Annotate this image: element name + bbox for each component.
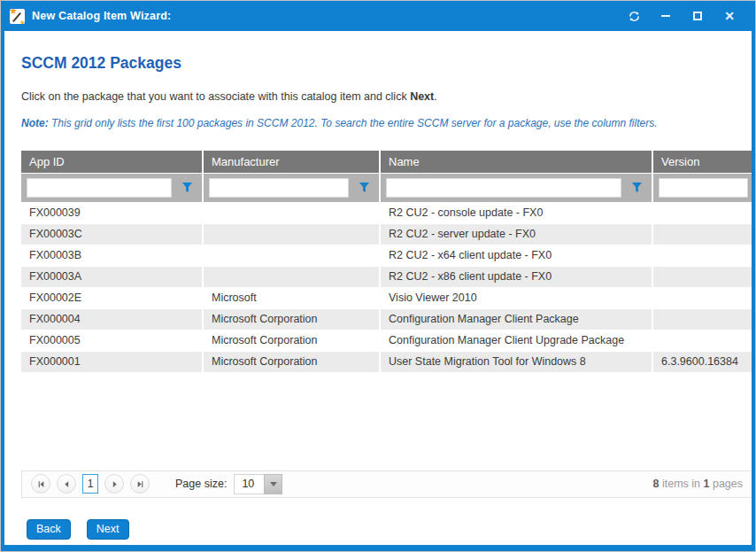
cell-manufacturer xyxy=(203,245,380,266)
cell-app-id: FX00003A xyxy=(21,266,203,287)
cell-name: User State Migration Tool for Windows 8 xyxy=(380,351,652,372)
cell-name: R2 CU2 - x64 client update - FX0 xyxy=(380,245,652,266)
cell-app-id: FX000039 xyxy=(21,202,203,223)
cell-version xyxy=(652,287,752,308)
cell-name: R2 CU2 - console update - FX0 xyxy=(380,202,652,223)
table-row[interactable]: FX00003CR2 CU2 - server update - FX0 xyxy=(21,223,752,245)
cell-app-id: FX00002E xyxy=(21,287,203,308)
filter-input-manufacturer[interactable] xyxy=(209,178,349,198)
pager-next-button[interactable] xyxy=(104,474,124,494)
cell-manufacturer xyxy=(203,202,380,223)
cell-version xyxy=(652,330,752,351)
window-title: New Catalog Item Wizard: xyxy=(32,10,172,22)
table-row[interactable]: FX000005Microsoft CorporationConfigurati… xyxy=(21,330,752,351)
filter-input-app-id[interactable] xyxy=(27,178,172,198)
column-header-name[interactable]: Name xyxy=(380,151,652,173)
refresh-icon[interactable] xyxy=(624,6,644,26)
filter-input-version[interactable] xyxy=(659,178,748,198)
back-button[interactable]: Back xyxy=(27,519,71,540)
pager-page-number[interactable]: 1 xyxy=(82,474,98,494)
page-size-value: 10 xyxy=(234,474,264,494)
filter-funnel-icon-name[interactable] xyxy=(627,178,646,198)
cell-version: 6.3.9600.16384 xyxy=(652,351,752,372)
cell-manufacturer: Microsoft xyxy=(203,287,380,308)
filter-input-name[interactable] xyxy=(386,178,621,198)
cell-manufacturer xyxy=(203,266,380,287)
wizard-wand-icon: ★ ★ xyxy=(10,9,25,24)
pager-last-button[interactable] xyxy=(130,474,150,494)
column-header-app-id[interactable]: App ID xyxy=(21,151,203,173)
table-row[interactable]: FX000004Microsoft CorporationConfigurati… xyxy=(21,308,752,330)
cell-app-id: FX00003B xyxy=(21,245,203,266)
table-row[interactable]: FX000001Microsoft CorporationUser State … xyxy=(21,351,752,372)
cell-version xyxy=(652,266,752,287)
chevron-down-icon[interactable] xyxy=(264,474,282,494)
items-summary: 8 items in 1 pages xyxy=(653,478,743,490)
minimize-icon[interactable] xyxy=(656,6,675,26)
filter-funnel-icon-app-id[interactable] xyxy=(177,178,197,198)
grid-pager: 1 Page size: 10 8 items in 1 pages xyxy=(21,470,752,498)
pager-first-button[interactable] xyxy=(31,474,50,494)
grid-header-row: App ID Manufacturer Name Version xyxy=(21,151,752,173)
column-header-manufacturer[interactable]: Manufacturer xyxy=(203,151,380,173)
cell-name: Configuration Manager Client Upgrade Pac… xyxy=(380,330,652,351)
cell-version xyxy=(652,245,752,266)
cell-version xyxy=(652,223,752,245)
cell-name: R2 CU2 - server update - FX0 xyxy=(380,223,652,245)
note-text: Note: This grid only lists the first 100… xyxy=(21,117,752,129)
grid-empty-area xyxy=(21,373,752,470)
packages-grid: App ID Manufacturer Name Version xyxy=(21,151,752,373)
cell-version xyxy=(652,202,752,223)
cell-manufacturer: Microsoft Corporation xyxy=(203,308,380,330)
next-button[interactable]: Next xyxy=(87,519,129,540)
window-controls: ✕ xyxy=(624,6,752,26)
wizard-footer: Back Next xyxy=(27,519,752,540)
cell-manufacturer xyxy=(203,223,380,245)
wizard-window: ★ ★ New Catalog Item Wizard: ✕ SCCM 2012… xyxy=(0,0,756,552)
close-icon[interactable]: ✕ xyxy=(720,6,739,26)
instruction-text: Click on the package that you want to as… xyxy=(21,90,752,103)
cell-app-id: FX000005 xyxy=(21,330,203,351)
cell-name: Configuration Manager Client Package xyxy=(380,308,652,330)
table-row[interactable]: FX00002EMicrosoftVisio Viewer 2010 xyxy=(21,287,752,308)
filter-funnel-icon-manufacturer[interactable] xyxy=(354,178,374,198)
cell-app-id: FX00003C xyxy=(21,223,203,245)
page-size-label: Page size: xyxy=(175,478,227,490)
maximize-icon[interactable] xyxy=(688,6,707,26)
pager-previous-button[interactable] xyxy=(57,474,76,494)
cell-name: Visio Viewer 2010 xyxy=(380,287,652,308)
cell-version xyxy=(652,308,752,330)
page-size-dropdown[interactable]: 10 xyxy=(234,474,282,494)
cell-app-id: FX000001 xyxy=(21,351,203,372)
cell-app-id: FX000004 xyxy=(21,308,203,330)
table-row[interactable]: FX000039R2 CU2 - console update - FX0 xyxy=(21,202,752,223)
title-bar: ★ ★ New Catalog Item Wizard: ✕ xyxy=(4,1,752,31)
wizard-content: SCCM 2012 Packages Click on the package … xyxy=(4,31,752,545)
cell-manufacturer: Microsoft Corporation xyxy=(203,351,380,372)
column-header-version[interactable]: Version xyxy=(652,151,752,173)
table-row[interactable]: FX00003BR2 CU2 - x64 client update - FX0 xyxy=(21,245,752,266)
cell-name: R2 CU2 - x86 client update - FX0 xyxy=(380,266,652,287)
grid-filter-row xyxy=(21,173,752,202)
cell-manufacturer: Microsoft Corporation xyxy=(203,330,380,351)
grid-body: FX000039R2 CU2 - console update - FX0FX0… xyxy=(21,202,752,372)
table-row[interactable]: FX00003AR2 CU2 - x86 client update - FX0 xyxy=(21,266,752,287)
page-title: SCCM 2012 Packages xyxy=(21,54,752,73)
